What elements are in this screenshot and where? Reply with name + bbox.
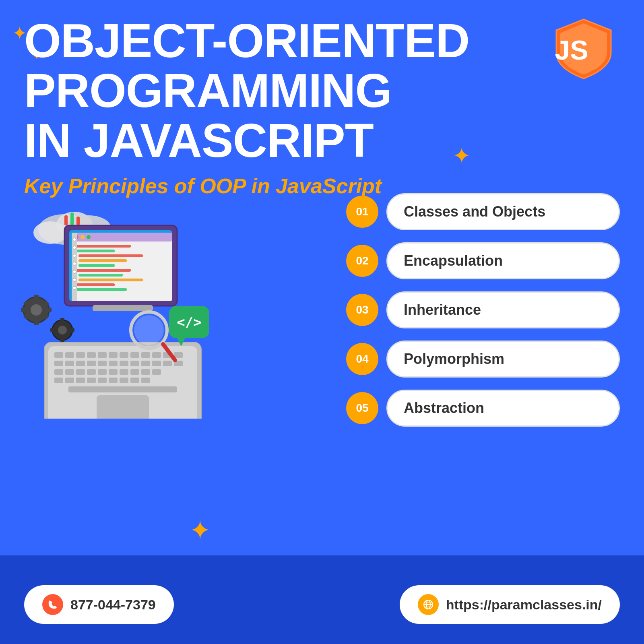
svg-rect-82 xyxy=(78,264,115,267)
svg-rect-60 xyxy=(54,378,63,383)
principle-number-1: 01 xyxy=(346,196,378,228)
svg-rect-79 xyxy=(74,250,115,252)
principle-label-4: Polymorphism xyxy=(386,341,620,378)
principle-item-4: 04 Polymorphism xyxy=(346,341,620,378)
svg-point-95 xyxy=(73,286,76,289)
svg-rect-57 xyxy=(130,369,139,375)
website-url: https://paramclasses.in/ xyxy=(446,597,602,613)
svg-rect-64 xyxy=(98,378,107,383)
svg-rect-7 xyxy=(76,217,80,225)
svg-rect-22 xyxy=(70,328,74,332)
laptop-illustration: </> xyxy=(12,193,237,419)
svg-rect-68 xyxy=(141,378,150,383)
svg-rect-81 xyxy=(78,259,127,262)
principle-label-1: Classes and Objects xyxy=(386,193,620,230)
svg-rect-85 xyxy=(78,279,143,281)
svg-rect-58 xyxy=(141,369,150,375)
svg-point-77 xyxy=(87,235,91,239)
principle-item-5: 05 Abstraction xyxy=(346,390,620,427)
svg-point-93 xyxy=(73,270,76,273)
svg-point-92 xyxy=(73,262,76,265)
svg-rect-32 xyxy=(120,352,128,358)
svg-rect-35 xyxy=(152,352,161,358)
svg-rect-6 xyxy=(70,213,74,225)
svg-rect-54 xyxy=(98,369,107,375)
svg-rect-42 xyxy=(98,361,107,366)
svg-rect-83 xyxy=(74,269,131,272)
svg-rect-88 xyxy=(72,233,77,301)
svg-point-91 xyxy=(73,254,76,257)
contact-bar: 877-044-7379 https://paramclasses.in/ xyxy=(24,585,620,624)
principle-item-1: 01 Classes and Objects xyxy=(346,193,620,230)
svg-rect-67 xyxy=(130,378,139,383)
svg-rect-37 xyxy=(174,352,183,358)
principle-item-3: 03 Inheritance xyxy=(346,291,620,328)
svg-rect-47 xyxy=(152,361,161,366)
principle-number-5: 05 xyxy=(346,392,378,424)
svg-point-76 xyxy=(80,235,85,239)
svg-point-89 xyxy=(73,238,76,241)
svg-rect-20 xyxy=(60,318,64,322)
principles-list: 01 Classes and Objects 02 Encapsulation … xyxy=(346,193,620,427)
svg-rect-13 xyxy=(21,308,27,312)
main-title: OBJECT-ORIENTED PROGRAMMING IN JAVASCRIP… xyxy=(24,16,620,166)
svg-rect-84 xyxy=(78,274,123,277)
svg-rect-78 xyxy=(74,245,131,248)
svg-rect-43 xyxy=(109,361,118,366)
svg-point-94 xyxy=(73,278,76,281)
svg-rect-33 xyxy=(130,352,139,358)
svg-rect-59 xyxy=(152,369,161,375)
svg-rect-63 xyxy=(87,378,96,383)
phone-icon xyxy=(42,594,63,615)
svg-rect-34 xyxy=(141,352,150,358)
svg-rect-41 xyxy=(87,361,96,366)
principle-label-3: Inheritance xyxy=(386,291,620,328)
svg-rect-62 xyxy=(76,378,85,383)
svg-rect-69 xyxy=(68,386,177,392)
svg-rect-21 xyxy=(60,338,64,342)
svg-rect-48 xyxy=(163,361,172,366)
sparkle-icon-4: ✦ xyxy=(189,517,211,543)
svg-rect-50 xyxy=(54,369,63,375)
svg-rect-56 xyxy=(120,369,128,375)
svg-point-90 xyxy=(73,246,76,249)
svg-rect-23 xyxy=(50,328,55,332)
svg-rect-29 xyxy=(87,352,96,358)
svg-rect-96 xyxy=(93,305,153,311)
svg-point-9 xyxy=(31,304,42,316)
website-contact: https://paramclasses.in/ xyxy=(400,585,620,624)
svg-rect-38 xyxy=(54,361,63,366)
header: OBJECT-ORIENTED PROGRAMMING IN JAVASCRIP… xyxy=(24,16,620,198)
principle-item-2: 02 Encapsulation xyxy=(346,242,620,279)
svg-rect-44 xyxy=(120,361,128,366)
svg-rect-40 xyxy=(76,361,85,366)
svg-point-98 xyxy=(134,315,164,345)
svg-rect-87 xyxy=(74,288,127,291)
svg-rect-52 xyxy=(76,369,85,375)
svg-rect-45 xyxy=(130,361,139,366)
svg-rect-53 xyxy=(87,369,96,375)
svg-point-4 xyxy=(33,221,67,244)
svg-point-19 xyxy=(58,326,67,334)
svg-rect-65 xyxy=(109,378,118,383)
svg-rect-12 xyxy=(46,308,52,312)
svg-rect-31 xyxy=(109,352,118,358)
svg-rect-61 xyxy=(65,378,74,383)
svg-rect-11 xyxy=(34,320,39,325)
svg-rect-26 xyxy=(54,352,63,358)
svg-rect-80 xyxy=(78,254,143,257)
principle-number-2: 02 xyxy=(346,245,378,277)
svg-rect-66 xyxy=(120,378,128,383)
svg-rect-39 xyxy=(65,361,74,366)
globe-icon xyxy=(418,594,439,615)
svg-rect-5 xyxy=(64,215,68,225)
principle-number-4: 04 xyxy=(346,343,378,375)
svg-text:</>: </> xyxy=(177,314,201,330)
svg-rect-55 xyxy=(109,369,118,375)
svg-rect-27 xyxy=(65,352,74,358)
principle-label-2: Encapsulation xyxy=(386,242,620,279)
svg-rect-30 xyxy=(98,352,107,358)
phone-contact: 877-044-7379 xyxy=(24,585,174,624)
svg-rect-28 xyxy=(76,352,85,358)
principle-number-3: 03 xyxy=(346,294,378,326)
